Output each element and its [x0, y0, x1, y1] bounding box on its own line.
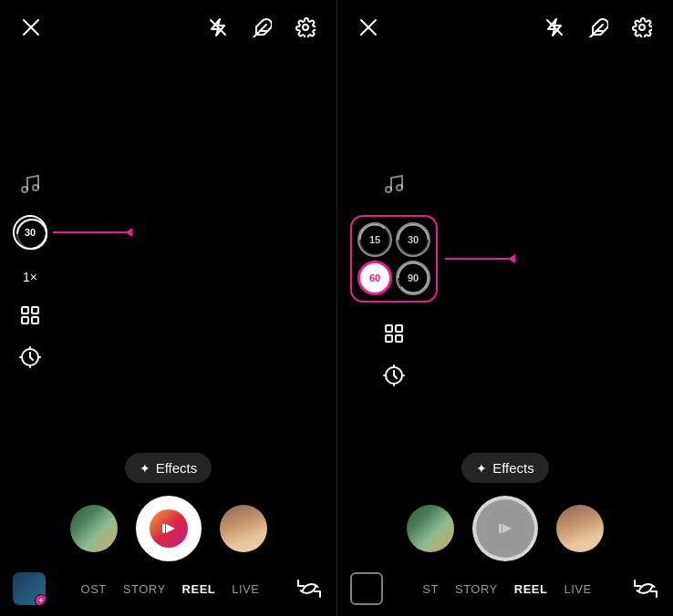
tab-story-left[interactable]: STORY [123, 582, 166, 596]
svg-marker-20 [166, 524, 175, 533]
timer-popup-right: 15 30 60 [350, 215, 438, 303]
top-bar-right [337, 0, 673, 55]
svg-point-29 [386, 187, 391, 192]
effects-label-left: Effects [156, 460, 198, 476]
feather-icon-left[interactable] [247, 13, 276, 42]
svg-rect-38 [396, 325, 402, 332]
countdown-icon-right[interactable] [383, 364, 405, 386]
side-controls-right: 15 30 60 [350, 173, 438, 386]
svg-point-28 [639, 25, 645, 30]
speed-button-left[interactable]: 1× [23, 270, 37, 284]
thumbnail-1-right[interactable] [407, 505, 454, 552]
svg-rect-21 [162, 524, 165, 533]
tab-live-left[interactable]: LIVE [232, 582, 259, 596]
flash-off-icon-left[interactable] [203, 13, 233, 42]
close-button-right[interactable] [354, 13, 383, 42]
plus-badge-left: + [35, 594, 46, 605]
svg-rect-40 [396, 335, 402, 342]
timer-button-left[interactable]: 30 [13, 215, 47, 250]
svg-rect-39 [386, 335, 392, 342]
grid-layout-icon-right[interactable] [383, 323, 405, 344]
tab-story-right[interactable]: STORY [455, 582, 498, 596]
timer-popup-section: 15 30 60 [350, 215, 438, 303]
thumbnail-2-left[interactable] [220, 505, 267, 552]
flash-off-icon-right[interactable] [540, 13, 569, 42]
music-icon-right[interactable] [383, 173, 405, 195]
svg-rect-13 [22, 317, 28, 323]
mode-tabs-right: ST STORY REEL LIVE [422, 577, 591, 601]
svg-marker-46 [502, 524, 512, 533]
timer-section-left: 30 [13, 215, 47, 250]
top-icons-left [203, 13, 320, 42]
reel-icon-left [150, 509, 188, 548]
bottom-area-right: ✦ Effects ST STORY REEL [337, 453, 673, 616]
countdown-icon-left[interactable] [19, 346, 41, 368]
duration-15-button[interactable]: 15 [357, 222, 392, 257]
reel-icon-right [486, 509, 524, 548]
thumbnail-1-left[interactable] [70, 505, 118, 552]
timer-value-left: 30 [25, 227, 36, 238]
effects-button-right[interactable]: ✦ Effects [461, 453, 549, 483]
bottom-row-left: + OST STORY REEL LIVE [0, 572, 336, 609]
side-controls-left: 30 1× [13, 173, 47, 368]
flip-camera-left[interactable] [295, 574, 324, 603]
panel-left: 30 1× [0, 0, 336, 616]
thumbnail-2-right[interactable] [556, 505, 604, 552]
svg-point-7 [22, 187, 27, 192]
feather-icon-right[interactable] [584, 13, 613, 42]
svg-rect-37 [386, 325, 392, 332]
duration-90-button[interactable]: 90 [396, 261, 430, 295]
svg-rect-11 [22, 307, 28, 313]
capture-button-left[interactable] [136, 496, 202, 561]
grid-layout-icon-left[interactable] [19, 304, 41, 326]
top-icons-right [540, 13, 657, 42]
svg-rect-14 [32, 317, 38, 323]
blank-rect-right[interactable] [350, 572, 383, 605]
effects-label-right: Effects [492, 460, 534, 476]
panel-right: 15 30 60 [336, 0, 673, 616]
arrow-indicator-right [445, 254, 515, 263]
svg-point-6 [303, 25, 308, 30]
camera-controls-left [70, 496, 267, 561]
tab-reel-right[interactable]: REEL [514, 582, 548, 596]
svg-point-8 [33, 185, 38, 190]
duration-30-button[interactable]: 30 [396, 222, 430, 257]
close-button-left[interactable] [16, 13, 46, 42]
tab-post-left[interactable]: OST [81, 582, 107, 596]
svg-rect-47 [499, 524, 502, 533]
bottom-row-right: ST STORY REEL LIVE [337, 572, 673, 609]
tab-post-right[interactable]: ST [422, 582, 439, 596]
music-icon-left[interactable] [19, 173, 41, 195]
capture-button-right[interactable] [472, 496, 538, 561]
duration-60-button[interactable]: 60 [357, 261, 392, 295]
sparkle-icon-left: ✦ [140, 461, 150, 476]
camera-controls-right [407, 496, 604, 561]
avatar-left[interactable]: + [13, 572, 46, 605]
top-bar-left [0, 0, 336, 55]
mode-tabs-left: OST STORY REEL LIVE [81, 577, 260, 601]
sparkle-icon-right: ✦ [476, 461, 487, 476]
svg-point-30 [397, 185, 402, 190]
tab-live-right[interactable]: LIVE [564, 582, 591, 596]
flip-camera-right[interactable] [631, 574, 660, 603]
effects-button-left[interactable]: ✦ Effects [125, 453, 212, 483]
bottom-area-left: ✦ Effects + OST [0, 453, 336, 616]
tab-reel-left[interactable]: REEL [182, 582, 216, 596]
arrow-indicator-left [53, 228, 132, 237]
settings-icon-left[interactable] [291, 13, 320, 42]
svg-rect-12 [32, 307, 38, 313]
settings-icon-right[interactable] [627, 13, 657, 42]
